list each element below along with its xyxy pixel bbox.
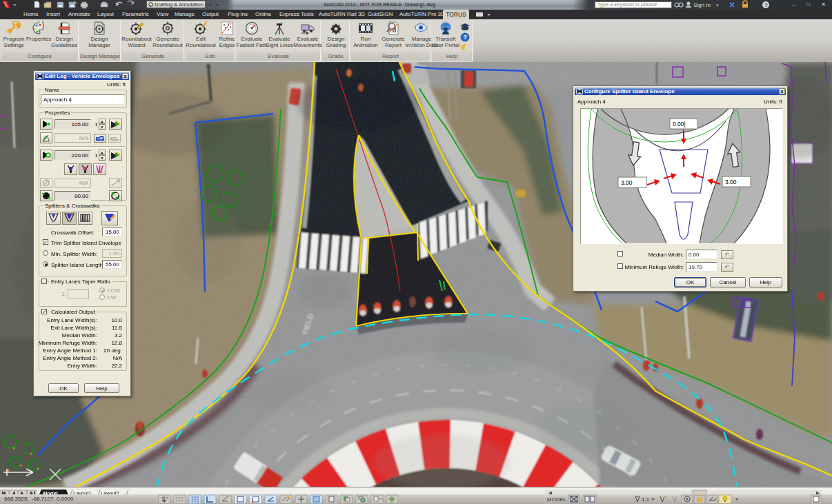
svg-text:3.00: 3.00 xyxy=(725,179,737,185)
svg-text:Sign In: Sign In xyxy=(693,2,711,8)
svg-text:?: ? xyxy=(764,2,768,8)
svg-text:MODEL: MODEL xyxy=(547,496,567,503)
svg-text:?: ? xyxy=(464,34,468,41)
svg-text:3.00: 3.00 xyxy=(621,179,633,186)
svg-text:0.00|: 0.00| xyxy=(673,121,686,128)
svg-text:1:1: 1:1 xyxy=(642,496,650,503)
svg-text:▾: ▾ xyxy=(716,3,719,8)
